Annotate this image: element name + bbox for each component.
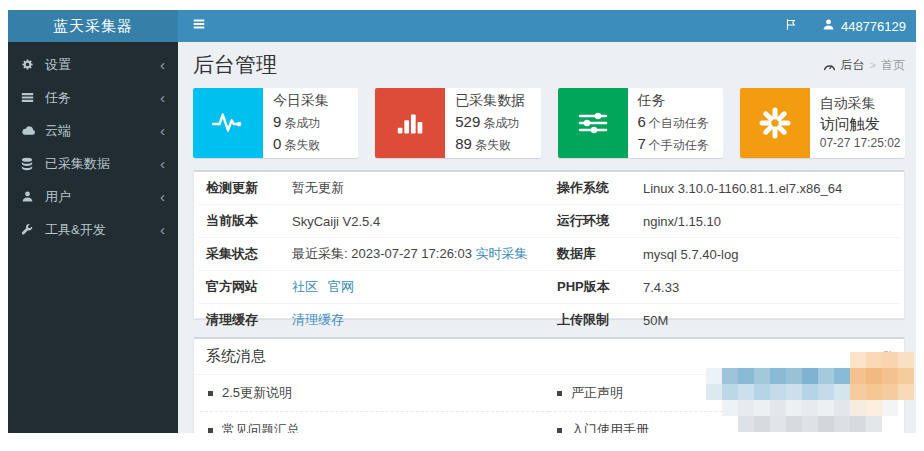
- mosaic-pixel: [802, 416, 818, 432]
- sidebar-item-label: 任务: [45, 89, 160, 107]
- stat-card-body: 自动采集访问触发07-27 17:25:02: [810, 88, 905, 158]
- user-icon: [822, 18, 835, 31]
- mosaic-pixel: [850, 400, 866, 416]
- mosaic-pixel: [882, 384, 898, 400]
- info-row: 上传限制50M: [549, 304, 900, 337]
- info-link[interactable]: 社区: [292, 279, 318, 294]
- mosaic-pixel: [898, 368, 914, 384]
- stat-card-collected-data[interactable]: 已采集数据529条成功89条失败: [375, 88, 540, 158]
- mosaic-pixel: [786, 384, 802, 400]
- app-logo[interactable]: 蓝天采集器: [8, 10, 178, 42]
- mosaic-pixel: [818, 368, 834, 384]
- info-label: 当前版本: [198, 205, 284, 238]
- stat-card-title: 已采集数据: [455, 91, 525, 111]
- mosaic-pixel: [834, 384, 850, 400]
- asterisk-icon: [757, 105, 793, 141]
- mosaic-pixel: [818, 400, 834, 416]
- mosaic-pixel: [834, 368, 850, 384]
- mosaic-pixel: [866, 352, 882, 368]
- bullet-icon: [557, 391, 562, 396]
- mosaic-pixel: [802, 384, 818, 400]
- stat-card-today-collect[interactable]: 今日采集9条成功0条失败: [193, 88, 358, 158]
- sidebar: 设置‹任务‹云端‹已采集数据‹用户‹工具&开发‹: [8, 42, 178, 433]
- user-icon: [21, 190, 34, 203]
- flag-icon: [785, 17, 798, 35]
- info-label: 上传限制: [549, 304, 635, 337]
- cloud-icon: [21, 125, 36, 136]
- message-item[interactable]: 2.5更新说明: [200, 375, 549, 412]
- username: 448776129: [841, 19, 906, 34]
- mosaic-pixel: [706, 368, 722, 384]
- info-row: 当前版本SkyCaiji V2.5.4: [198, 205, 549, 238]
- gear-icon: [21, 58, 34, 71]
- stat-card-body: 今日采集9条成功0条失败: [263, 88, 339, 158]
- info-row: 官方网站社区官网: [198, 271, 549, 304]
- sliders-icon: [575, 105, 611, 141]
- sidebar-item-collected-data[interactable]: 已采集数据‹: [8, 147, 178, 180]
- chevron-left-icon: ‹: [160, 222, 165, 237]
- stat-card-line: 89条失败: [455, 133, 525, 155]
- info-value: Linux 3.10.0-1160.81.1.el7.x86_64: [635, 172, 900, 205]
- user-menu[interactable]: 448776129: [822, 18, 906, 34]
- mosaic-pixel: [722, 368, 738, 384]
- info-table-left: 检测更新暂无更新当前版本SkyCaiji V2.5.4采集状态最近采集: 202…: [198, 172, 549, 336]
- mosaic-pixel: [770, 400, 786, 416]
- message-item-label: 入门使用手册: [571, 421, 649, 433]
- message-item-label: 常见问题汇总: [222, 421, 300, 433]
- message-item-label: 严正声明: [571, 384, 623, 402]
- sidebar-item-settings[interactable]: 设置‹: [8, 48, 178, 81]
- sidebar-item-users[interactable]: 用户‹: [8, 180, 178, 213]
- sidebar-item-cloud[interactable]: 云端‹: [8, 114, 178, 147]
- mosaic-pixel: [818, 416, 834, 432]
- sidebar-item-label: 用户: [45, 188, 160, 206]
- page-title: 后台管理: [193, 51, 277, 79]
- info-value: 50M: [635, 304, 900, 337]
- flag-button[interactable]: [785, 17, 798, 35]
- mosaic-pixel: [738, 416, 754, 432]
- info-row: 运行环境nginx/1.15.10: [549, 205, 900, 238]
- message-item[interactable]: 常见问题汇总: [200, 412, 549, 433]
- stat-card-auto-collect[interactable]: 自动采集访问触发07-27 17:25:02: [740, 88, 905, 158]
- mosaic-pixel: [898, 384, 914, 400]
- info-link[interactable]: 官网: [328, 279, 354, 294]
- info-table-right: 操作系统Linux 3.10.0-1160.81.1.el7.x86_64运行环…: [549, 172, 900, 336]
- sidebar-item-tasks[interactable]: 任务‹: [8, 81, 178, 114]
- mosaic-pixel: [866, 416, 882, 432]
- stat-card-title: 任务: [638, 91, 709, 111]
- breadcrumb-home-link[interactable]: 后台: [841, 57, 865, 74]
- info-row: 检测更新暂无更新: [198, 172, 549, 205]
- top-navbar: 蓝天采集器 448776129: [8, 10, 916, 42]
- sidebar-toggle-button[interactable]: [192, 17, 206, 35]
- stat-card-title: 今日采集: [273, 91, 329, 111]
- info-link[interactable]: 清理缓存: [292, 312, 344, 327]
- info-value: 清理缓存: [284, 304, 549, 337]
- stat-card-line: 0条失败: [273, 133, 329, 155]
- mosaic-pixel: [834, 400, 850, 416]
- mosaic-pixel: [786, 368, 802, 384]
- info-row: 采集状态最近采集: 2023-07-27 17:26:03 实时采集: [198, 238, 549, 271]
- mosaic-pixel: [882, 352, 898, 368]
- mosaic-pixel: [722, 400, 738, 416]
- sidebar-item-tools-dev[interactable]: 工具&开发‹: [8, 213, 178, 246]
- mosaic-pixel: [706, 384, 722, 400]
- stat-card-line: 7个手动任务: [638, 133, 709, 155]
- mosaic-pixel: [754, 416, 770, 432]
- mosaic-pixel: [882, 400, 898, 416]
- info-label: 数据库: [549, 238, 635, 271]
- database-icon: [21, 157, 33, 171]
- stat-card-tasks[interactable]: 任务6个自动任务7个手动任务: [558, 88, 723, 158]
- sidebar-item-label: 工具&开发: [45, 221, 160, 239]
- chevron-left-icon: ‹: [160, 57, 165, 72]
- user-icon: [822, 18, 835, 34]
- info-label: 官方网站: [198, 271, 284, 304]
- mosaic-pixel: [754, 384, 770, 400]
- message-item-label: 2.5更新说明: [222, 384, 292, 402]
- dashboard-icon: [823, 60, 836, 71]
- breadcrumb-current: 首页: [881, 57, 905, 74]
- chevron-left-icon: ‹: [160, 90, 165, 105]
- info-value: 暂无更新: [284, 172, 549, 205]
- info-row: 数据库mysql 5.7.40-log: [549, 238, 900, 271]
- breadcrumb-separator: >: [870, 59, 876, 71]
- mosaic-pixel: [738, 384, 754, 400]
- info-link[interactable]: 实时采集: [476, 246, 528, 261]
